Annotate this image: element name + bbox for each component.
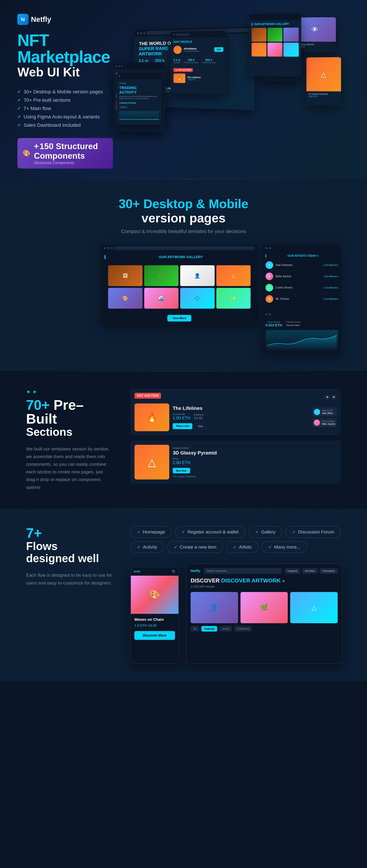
feature-item-1: 30+ Desktop & Mobile version pages — [18, 88, 113, 96]
pyramid-art-image: △ — [135, 445, 169, 479]
feature-item-2: 70+ Pre-built sections — [18, 96, 113, 104]
hero-screens: THE WORLD OFSUPER RAREARTWORK 3.1 m Artw… — [113, 14, 349, 135]
flows-title: Flowsdesigned well — [26, 540, 113, 564]
gallery-side-mockup: OUR ARTWORK GALLERY — [249, 13, 301, 77]
tablet-card-3: △ — [290, 592, 338, 623]
feature-list: 30+ Desktop & Mobile version pages 70+ P… — [18, 88, 113, 129]
figma-badge: 🎨 + 150 Structured Components Structured… — [18, 138, 113, 168]
gallery-item-2: 🌿 — [144, 265, 179, 286]
next-btn[interactable]: ▶ — [331, 394, 337, 400]
side-mockups-stack: OUR ARTISTS TODAY ♦ A Ada Freeman 2.5k f… — [263, 245, 341, 353]
feature-item-3: 7+ Main flow — [18, 104, 113, 113]
artists-label: OUR ARTISTS TODAY ♦ — [265, 254, 338, 257]
desktop-section-sub: Compact & incredibly beautiful temlates … — [26, 229, 341, 234]
flows-description: Each flow is designed to be easy to use … — [26, 571, 113, 587]
prev-btn[interactable]: ◀ — [324, 394, 330, 400]
badge-sub-label: Structured Components — [34, 161, 108, 165]
view-btn[interactable]: View — [194, 423, 207, 429]
flows-left-text: 7+ Flowsdesigned well Each flow is desig… — [26, 526, 113, 587]
flow-tag-gallery: Gallery — [249, 526, 282, 538]
tablet-results-count: 3,150,000 results — [191, 585, 338, 589]
gallery-item-1: 🖼 — [108, 265, 142, 286]
art-card-pyramid: △ 3D Glassy Pyramid 2.00 ETH — [306, 57, 341, 106]
pyramid-title: 3D Glassy Pyramid — [173, 450, 217, 456]
flow-tag-more: Many more... — [262, 541, 307, 553]
trading-activity-mockup: Trends TRADINGACTIVITY Help you to monit… — [116, 73, 162, 125]
artist-row-2: B Bella Santos 1.8k followers — [265, 271, 338, 282]
auction-time: 14:46 — [194, 416, 204, 420]
prebuilt-number: 70+ Pre–Built — [26, 398, 113, 426]
artist-row-3: C Carlos Rivera 3.1k followers — [265, 282, 338, 293]
trading-dashboard-mockup: Price History 0.522 ETH Trading History … — [263, 311, 341, 353]
hero-left-content: N Netfly NFT Marketplace Web UI Kit 30+ … — [18, 14, 113, 168]
feature-item-4: Using Figma Auto-layout & variants — [18, 113, 113, 121]
section-desktop-mobile: 30+ Desktop & Mobile version pages Compa… — [0, 179, 367, 371]
logo-icon: N — [18, 14, 28, 25]
flow-tag-homepage: Homepage — [130, 526, 171, 538]
flow-tags-container: Homepage Register account & wallet Galle… — [130, 526, 342, 553]
auction-price: 1.00 ETH — [173, 415, 190, 421]
tablet-card-2: 🌿 — [241, 592, 288, 623]
artist-row-mr-friz: M Mr. Friznez 4.2k followers — [265, 293, 338, 305]
badge-count: + 150 Structured Components — [34, 142, 108, 161]
tablet-card-1: 👤 — [191, 592, 238, 623]
edit-profile-mockup: EDIT PROFILE ArtistName Professional Art… — [171, 31, 226, 94]
title-nft: NFT — [18, 32, 113, 49]
tablet-device-mockup: Netfly Search artworks... Featured All A… — [186, 563, 342, 664]
flow-tag-artists: Artists — [226, 541, 258, 553]
gallery-label: OUR ARTWORK GALLERY — [105, 255, 254, 259]
prebuilt-left-text: ✦ ✦ 70+ Pre–Built Sections We built our … — [26, 389, 113, 491]
gallery-item-3: 👤 — [180, 265, 215, 286]
desktop-gallery-mockup: OUR ARTWORK GALLERY 🖼 🌿 👤 △ 🎨 🌊 💠 ✨ View… — [101, 245, 257, 325]
mobile-discover-btn[interactable]: Discover More — [134, 631, 175, 640]
title-marketplace: Marketplace — [18, 49, 113, 65]
gallery-item-4: △ — [216, 265, 251, 286]
pyramid-card: △ Artwork Edition 3D Glassy Pyramid Pric… — [130, 441, 341, 484]
view-more-btn[interactable]: View More — [167, 315, 192, 321]
gallery-item-6: 🌊 — [144, 288, 179, 309]
flow-tag-create: Create a new item — [167, 541, 223, 553]
desktop-heading-accent: 30+ Desktop & Mobile — [119, 197, 248, 211]
pyramid-price: 2.00 ETH — [173, 460, 190, 465]
hero-section: N Netfly NFT Marketplace Web UI Kit 30+ … — [0, 0, 367, 179]
gallery-item-8: ✨ — [216, 288, 251, 309]
artist-row-1: A Ada Freeman 2.5k followers — [265, 259, 338, 271]
section-prebuilt: ✦ ✦ 70+ Pre–Built Sections We built our … — [0, 371, 367, 508]
title-sub: Web UI Kit — [18, 65, 113, 79]
flows-right-content: Homepage Register account & wallet Galle… — [130, 526, 342, 664]
mobile-art-title: Waves on Chain — [134, 617, 175, 622]
hot-auction-card: HOT AUCTION ◀ ▶ 🔥 The Lifelines Current … — [130, 389, 341, 435]
bid-btn[interactable]: Place a bid — [173, 423, 192, 429]
category-featured-tab[interactable]: Featured — [201, 626, 217, 631]
prebuilt-description: We built our templates section by sectio… — [26, 445, 113, 491]
mobile-art-image: 🎨 — [131, 576, 178, 614]
mobile-device-mockup: Netfly 🔍 🎨 Waves on Chain 1.0 ETH 14:45 … — [130, 567, 179, 664]
auction-art-image: 🔥 — [135, 403, 169, 431]
gallery-item-5: 🎨 — [108, 288, 142, 309]
auction-title: The Lifelines — [173, 406, 207, 411]
bottom-spacer — [0, 681, 367, 699]
tablet-discover-title: DISCOVER DISCOVER ARTWORK✦ — [191, 578, 338, 584]
device-mockups-row: Netfly 🔍 🎨 Waves on Chain 1.0 ETH 14:45 … — [130, 563, 342, 664]
prebuilt-right-cards: HOT AUCTION ◀ ▶ 🔥 The Lifelines Current … — [130, 389, 341, 484]
flows-number: 7+ — [26, 526, 113, 540]
brand-name: Netfly — [31, 15, 51, 24]
price-chart — [265, 330, 338, 351]
gallery-item-7: 💠 — [180, 288, 215, 309]
desktop-heading-normal: version pages — [26, 211, 341, 225]
desktop-mockup-row: OUR ARTWORK GALLERY 🖼 🌿 👤 △ 🎨 🌊 💠 ✨ View… — [26, 245, 341, 353]
artists-mockup: OUR ARTISTS TODAY ♦ A Ada Freeman 2.5k f… — [263, 245, 341, 307]
flow-tag-register: Register account & wallet — [175, 526, 245, 538]
hot-tag: HOT AUCTION — [135, 393, 161, 399]
figma-icon: 🎨 — [23, 150, 30, 157]
hero-title: NFT Marketplace Web UI Kit — [18, 32, 113, 79]
feature-item-5: Sales Dashboard Included — [18, 121, 113, 129]
tablet-header: Netfly Search artworks... Featured All A… — [191, 568, 338, 574]
mobile-art-price: 1.0 ETH 14:45 — [134, 624, 175, 627]
vice-squad-label: Vice Squad Candyman — [173, 475, 217, 478]
section-flows: 7+ Flowsdesigned well Each flow is desig… — [0, 509, 367, 681]
tablet-search-bar[interactable]: Search artworks... — [204, 568, 281, 574]
brand-logo: N Netfly — [18, 14, 113, 25]
flow-tag-forum: Discussion Forum — [285, 526, 341, 538]
buy-now-btn[interactable]: Buy Now — [173, 468, 190, 473]
